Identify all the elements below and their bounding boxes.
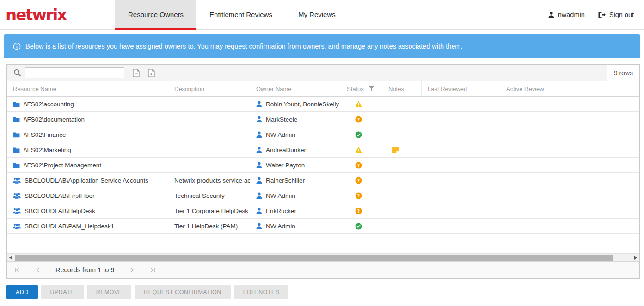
table-row[interactable]: SBCLOUDLAB\Application Service Accounts … <box>7 173 639 188</box>
request-confirmation-button[interactable]: REQUEST CONFIRMATION <box>135 285 230 299</box>
svg-text:?: ? <box>357 193 360 198</box>
grid-header-row: Resource Name Description Owner Name Sta… <box>7 81 639 97</box>
person-icon <box>256 131 262 138</box>
search-icon <box>13 69 21 77</box>
pager: Records from 1 to 9 <box>7 261 639 278</box>
logo-text: netwrix <box>6 6 66 24</box>
sign-out-label: Sign out <box>609 11 634 18</box>
tab-label: Resource Owners <box>128 11 184 18</box>
col-label: Notes <box>388 86 404 92</box>
resource-grid-panel: x 9 rows Resource Name Description Owner… <box>6 64 640 279</box>
horizontal-scrollbar[interactable] <box>7 253 639 261</box>
col-label: Last Reviewed <box>428 86 467 92</box>
owner-name: RainerSchiller <box>266 177 305 184</box>
resource-name: \\FS02\Finance <box>24 131 66 138</box>
status-question-icon: ? <box>355 116 362 123</box>
add-button[interactable]: ADD <box>6 285 38 299</box>
banner-text: Below is a list of resources you have as… <box>25 43 462 50</box>
col-resource-name[interactable]: Resource Name <box>7 81 168 96</box>
tab-entitlement-reviews[interactable]: Entitlement Reviews <box>196 0 285 29</box>
table-row[interactable]: \\FS02\documentation MarkSteele ? <box>7 112 639 127</box>
col-notes[interactable]: Notes <box>382 81 422 96</box>
user-icon <box>548 12 554 18</box>
page: netwrix Resource Owners Entitlement Revi… <box>0 0 644 306</box>
status-question-icon: ? <box>355 177 362 184</box>
person-icon <box>256 101 262 107</box>
row-count: 9 rows <box>607 65 639 81</box>
person-icon <box>256 147 262 153</box>
col-status[interactable]: Status <box>339 81 382 96</box>
first-page-button[interactable] <box>14 267 20 273</box>
description: Technical Security <box>174 192 225 199</box>
table-row[interactable]: SBCLOUDLAB\PAM_Helpdesk1 Tier 1 HelpDesk… <box>7 219 639 234</box>
group-icon <box>13 193 21 199</box>
username: nwadmin <box>558 11 585 18</box>
tab-resource-owners[interactable]: Resource Owners <box>115 0 196 29</box>
group-icon <box>13 208 21 214</box>
col-label: Description <box>174 86 204 92</box>
sign-out-button[interactable]: Sign out <box>598 11 634 18</box>
svg-text:?: ? <box>357 208 360 213</box>
person-icon <box>256 192 262 199</box>
table-row[interactable]: \\FS02\Project Management Walter Payton … <box>7 158 639 173</box>
resource-name: \\FS02\documentation <box>24 116 85 123</box>
scroll-left-arrow-icon[interactable] <box>7 254 15 262</box>
group-icon <box>13 177 21 184</box>
resource-name: SBCLOUDLAB\PAM_Helpdesk1 <box>25 223 114 230</box>
col-label: Active Review <box>506 86 544 92</box>
next-page-button[interactable] <box>130 267 134 273</box>
resource-name: SBCLOUDLAB\HelpDesk <box>25 208 95 214</box>
table-row[interactable]: SBCLOUDLAB\HelpDesk Tier 1 Corporate Hel… <box>7 203 639 219</box>
description: Netwrix products service ac <box>174 177 250 184</box>
person-icon <box>256 208 262 214</box>
group-icon <box>13 223 21 229</box>
resource-name: SBCLOUDLAB\Application Service Accounts <box>25 177 148 184</box>
filter-funnel-icon[interactable] <box>368 86 374 92</box>
col-active-review[interactable]: Active Review <box>500 81 639 96</box>
col-description[interactable]: Description <box>168 81 250 96</box>
table-row[interactable]: \\FS02\accounting Robin Yount, BonnieSke… <box>7 97 639 112</box>
owner-name: NW Admin <box>266 223 295 230</box>
owner-name: NW Admin <box>266 131 295 138</box>
edit-notes-button[interactable]: EDIT NOTES <box>234 285 289 299</box>
prev-page-button[interactable] <box>36 267 40 273</box>
search-input[interactable] <box>25 67 124 78</box>
description: Tier 1 Corporate HelpDesk <box>174 208 248 214</box>
remove-button[interactable]: REMOVE <box>87 285 132 299</box>
folder-icon <box>13 132 20 138</box>
update-button[interactable]: UPDATE <box>41 285 84 299</box>
last-page-button[interactable] <box>150 267 155 273</box>
folder-icon <box>13 162 20 168</box>
app-header: netwrix Resource Owners Entitlement Revi… <box>0 0 644 30</box>
resource-name: SBCLOUDLAB\FirstFloor <box>25 192 95 199</box>
table-row[interactable]: \\FS02\Finance NW Admin <box>7 127 639 142</box>
netwrix-logo: netwrix <box>0 0 115 29</box>
note-icon[interactable] <box>392 147 399 153</box>
table-row[interactable]: SBCLOUDLAB\FirstFloor Technical Security… <box>7 188 639 203</box>
info-banner: Below is a list of resources you have as… <box>4 34 640 58</box>
sign-out-icon <box>598 11 606 18</box>
export-document-icon[interactable] <box>133 69 140 77</box>
col-owner-name[interactable]: Owner Name <box>250 81 339 96</box>
owner-name: Robin Yount, BonnieSkelly, Sc <box>266 101 339 108</box>
table-row[interactable]: \\FS02\Marketing AndreaDunker <box>7 142 639 158</box>
svg-text:?: ? <box>357 177 360 183</box>
status-warning-icon <box>355 147 362 153</box>
person-icon <box>256 162 262 168</box>
owner-name: NW Admin <box>266 192 295 199</box>
status-ok-icon <box>355 131 362 138</box>
export-excel-icon[interactable]: x <box>148 69 155 77</box>
scrollbar-thumb[interactable] <box>15 255 613 261</box>
col-last-reviewed[interactable]: Last Reviewed <box>422 81 500 96</box>
tab-my-reviews[interactable]: My Reviews <box>285 0 349 29</box>
person-icon <box>256 223 262 229</box>
owner-name: Walter Payton <box>266 162 305 169</box>
person-icon <box>256 116 262 122</box>
owner-name: MarkSteele <box>266 116 297 123</box>
description: Tier 1 HelpDesk (PAM) <box>174 223 238 230</box>
svg-text:?: ? <box>357 162 360 167</box>
current-user: nwadmin <box>548 11 585 18</box>
owner-name: ErikRucker <box>266 208 296 214</box>
scroll-right-arrow-icon[interactable] <box>632 254 639 262</box>
action-buttons: ADD UPDATE REMOVE REQUEST CONFIRMATION E… <box>6 285 644 299</box>
